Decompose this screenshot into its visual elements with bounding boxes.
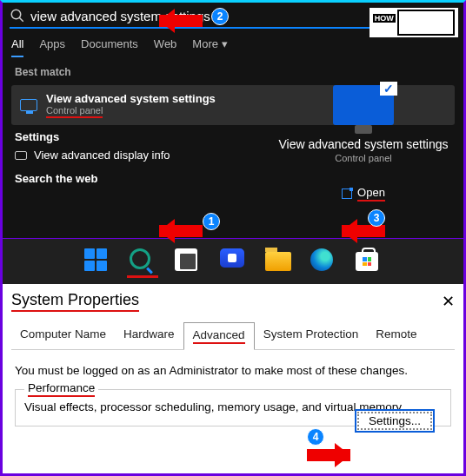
- edge-icon[interactable]: [310, 248, 336, 274]
- tab-documents[interactable]: Documents: [81, 37, 138, 57]
- control-panel-icon: [20, 99, 37, 111]
- task-view-icon[interactable]: [175, 248, 201, 274]
- tab-hardware[interactable]: Hardware: [115, 322, 183, 349]
- open-link[interactable]: Open: [338, 184, 389, 203]
- tab-remote[interactable]: Remote: [367, 322, 425, 349]
- admin-instruction: You must be logged on as an Administrato…: [11, 350, 455, 386]
- file-explorer-icon[interactable]: [265, 248, 291, 274]
- watermark-logo: HOWTO MANAGEDEVICES: [369, 8, 458, 37]
- svg-point-0: [11, 10, 21, 19]
- system-properties-dialog: System Properties ✕ Computer Name Hardwa…: [3, 284, 463, 473]
- search-icon: [10, 8, 25, 23]
- performance-legend: Performance: [24, 381, 98, 397]
- result-title: View advanced system settings: [46, 92, 216, 105]
- preview-title: View advanced system settings: [272, 137, 455, 151]
- annotation-arrow-3: [342, 225, 385, 237]
- performance-group: Performance Visual effects, processor sc…: [15, 389, 451, 426]
- result-subtitle: Control panel: [46, 105, 216, 118]
- best-match-label: Best match: [3, 57, 463, 82]
- tab-more[interactable]: More ▾: [192, 37, 227, 57]
- annotation-underline: [127, 275, 158, 278]
- annotation-badge-4: 4: [307, 428, 324, 446]
- preview-monitor-icon: ✓: [333, 85, 394, 125]
- tab-system-protection[interactable]: System Protection: [255, 322, 368, 349]
- taskbar-search-icon[interactable]: [130, 248, 156, 274]
- chat-icon[interactable]: [220, 248, 246, 274]
- dialog-title: System Properties: [11, 291, 139, 312]
- annotation-badge-2: 2: [211, 8, 229, 25]
- result-preview-pane: ✓ View advanced system settings Control …: [272, 85, 455, 203]
- display-icon: [15, 151, 27, 160]
- tab-computer-name[interactable]: Computer Name: [11, 322, 115, 349]
- annotation-badge-1: 1: [203, 213, 220, 230]
- dialog-tabs: Computer Name Hardware Advanced System P…: [11, 322, 455, 350]
- open-external-icon: [342, 188, 352, 199]
- close-button[interactable]: ✕: [442, 292, 455, 311]
- tab-all[interactable]: All: [11, 37, 23, 57]
- tab-web[interactable]: Web: [154, 37, 177, 57]
- tab-apps[interactable]: Apps: [39, 37, 65, 57]
- tab-advanced[interactable]: Advanced: [183, 322, 255, 350]
- taskbar: [3, 239, 463, 284]
- annotation-arrow-4: [307, 449, 350, 461]
- annotation-arrow-2: [159, 15, 203, 27]
- start-button[interactable]: [84, 248, 110, 274]
- performance-settings-button[interactable]: Settings...: [355, 409, 435, 433]
- annotation-arrow-1: [159, 225, 203, 237]
- annotation-badge-3: 3: [368, 209, 385, 227]
- store-icon[interactable]: [356, 248, 382, 274]
- start-search-panel: document.addEventListener('DOMContentLoa…: [3, 3, 463, 239]
- svg-line-1: [19, 17, 23, 22]
- preview-subtitle: Control panel: [272, 153, 455, 163]
